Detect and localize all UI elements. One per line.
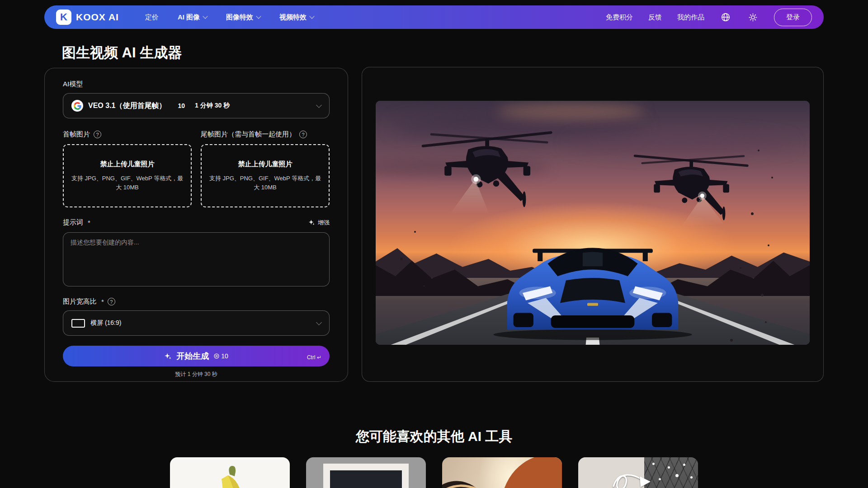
generator-form-panel: AI模型 VEO 3.1（使用首尾帧） 10 1 分钟 30 秒 首帧图片 — [44, 68, 348, 382]
brand-name: KOOX AI — [76, 12, 119, 23]
help-icon[interactable] — [299, 131, 307, 138]
suggestion-card-dog-polaroid[interactable] — [306, 457, 426, 488]
preview-panel — [362, 67, 824, 382]
polaroid-frame — [323, 464, 409, 488]
required-mark: * — [101, 298, 104, 305]
banana-illustration — [170, 457, 290, 488]
first-frame-label: 首帧图片 — [63, 130, 90, 139]
theme-sun-icon[interactable] — [747, 11, 759, 23]
suggestion-card-couple[interactable] — [442, 457, 562, 488]
page-title: 图生视频 AI 生成器 — [62, 43, 182, 62]
logo-letter: K — [60, 12, 67, 22]
first-frame-field: 首帧图片 禁止上传儿童照片 支持 JPG、PNG、GIF、WebP 等格式，最大… — [63, 130, 192, 207]
main-nav: 定价 AI 图像 图像特效 视频特效 — [145, 13, 314, 22]
help-icon[interactable] — [94, 131, 101, 138]
upload-hint: 支持 JPG、PNG、GIF、WebP 等格式，最大 10MB — [70, 174, 184, 192]
nav-item-video-effects[interactable]: 视频特效 — [279, 13, 314, 22]
nav-item-image-effects[interactable]: 图像特效 — [226, 13, 260, 22]
required-mark: * — [88, 219, 90, 226]
dust-particles — [758, 150, 760, 151]
page: K KOOX AI 定价 AI 图像 图像特效 视频特效 免费积分 反馈 我的作… — [0, 0, 868, 488]
aspect-ratio-label-row: 图片宽高比 * — [63, 297, 330, 306]
nav-item-feedback[interactable]: 反馈 — [648, 13, 662, 22]
generate-credits: 10 — [213, 352, 228, 360]
last-frame-field: 尾帧图片（需与首帧一起使用） 禁止上传儿童照片 支持 JPG、PNG、GIF、W… — [201, 130, 330, 207]
nav-item-label: 免费积分 — [606, 13, 633, 22]
first-frame-upload[interactable]: 禁止上传儿童照片 支持 JPG、PNG、GIF、WebP 等格式，最大 10MB — [63, 144, 192, 207]
frames-row: 首帧图片 禁止上传儿童照片 支持 JPG、PNG、GIF、WebP 等格式，最大… — [63, 130, 330, 207]
model-credits: 10 — [178, 102, 185, 109]
brand-home-link[interactable]: K KOOX AI — [56, 9, 119, 25]
suggestions-title: 您可能喜欢的其他 AI 工具 — [0, 427, 868, 446]
nav-item-pricing[interactable]: 定价 — [145, 13, 159, 22]
suggestion-card-banana[interactable] — [170, 457, 290, 488]
model-name: VEO 3.1（使用首尾帧） — [88, 101, 166, 111]
nav-item-my-works[interactable]: 我的作品 — [677, 13, 704, 22]
help-icon[interactable] — [108, 298, 115, 305]
prompt-input[interactable] — [63, 232, 330, 286]
generate-button[interactable]: 开始生成 10 Ctrl ↵ — [63, 346, 330, 366]
nav-item-label: 反馈 — [648, 13, 662, 22]
sparkles-icon — [164, 352, 172, 360]
chevron-down-icon — [203, 14, 208, 19]
helicopter-left-illustration — [419, 115, 559, 216]
nav-item-label: 定价 — [145, 13, 159, 22]
landscape-ratio-icon — [71, 319, 85, 328]
dog-photo — [330, 470, 402, 488]
chevron-down-icon — [316, 319, 322, 325]
model-label-row: AI模型 — [63, 80, 330, 89]
upload-hint: 支持 JPG、PNG、GIF、WebP 等格式，最大 10MB — [208, 174, 322, 192]
last-frame-upload[interactable]: 禁止上传儿童照片 支持 JPG、PNG、GIF、WebP 等格式，最大 10MB — [201, 144, 330, 207]
last-frame-label: 尾帧图片（需与首帧一起使用） — [201, 130, 296, 139]
coin-icon — [213, 353, 220, 359]
nav-item-label: AI 图像 — [178, 13, 200, 22]
chevron-down-icon — [256, 14, 261, 19]
nav-item-ai-image[interactable]: AI 图像 — [178, 13, 207, 22]
dog-illustration — [330, 470, 402, 488]
login-button[interactable]: 登录 — [774, 9, 812, 26]
preview-image — [376, 101, 810, 345]
enhance-label: 增强 — [318, 219, 330, 227]
generate-label: 开始生成 — [176, 351, 209, 361]
chevron-down-icon — [309, 14, 314, 19]
aspect-ratio-label: 图片宽高比 — [63, 297, 97, 306]
chevron-down-icon — [316, 102, 322, 108]
prompt-label-row: 提示词 * 增强 — [63, 218, 330, 227]
google-g-icon — [71, 100, 83, 112]
upload-warning: 禁止上传儿童照片 — [100, 160, 155, 169]
globe-icon[interactable] — [720, 11, 731, 23]
couple-illustration — [442, 457, 562, 488]
upload-warning: 禁止上传儿童照片 — [238, 160, 292, 169]
generate-credits-value: 10 — [221, 352, 228, 360]
nav-item-free-credits[interactable]: 免费积分 — [606, 13, 633, 22]
aspect-ratio-value: 横屏 (16:9) — [90, 319, 121, 327]
sports-car-illustration — [484, 213, 701, 342]
generate-estimate: 预计 1 分钟 30 秒 — [63, 371, 330, 378]
top-navbar: K KOOX AI 定价 AI 图像 图像特效 视频特效 免费积分 反馈 我的作… — [44, 5, 824, 29]
enhance-button[interactable]: 增强 — [308, 219, 330, 227]
model-label: AI模型 — [63, 80, 83, 89]
prompt-label: 提示词 — [63, 218, 83, 227]
koox-logo-icon: K — [56, 9, 71, 25]
nav-item-label: 图像特效 — [226, 13, 253, 22]
sparkles-icon — [308, 219, 315, 226]
nav-item-label: 视频特效 — [279, 13, 307, 22]
nav-item-label: 我的作品 — [677, 13, 704, 22]
suggestion-card-expo[interactable] — [578, 457, 698, 488]
scribble-arrow-illustration — [578, 457, 698, 488]
aspect-ratio-select[interactable]: 横屏 (16:9) — [63, 310, 330, 336]
model-select[interactable]: VEO 3.1（使用首尾帧） 10 1 分钟 30 秒 — [63, 93, 330, 118]
suggestion-cards — [170, 457, 698, 488]
model-duration: 1 分钟 30 秒 — [195, 102, 230, 110]
generate-shortcut: Ctrl ↵ — [307, 354, 321, 361]
